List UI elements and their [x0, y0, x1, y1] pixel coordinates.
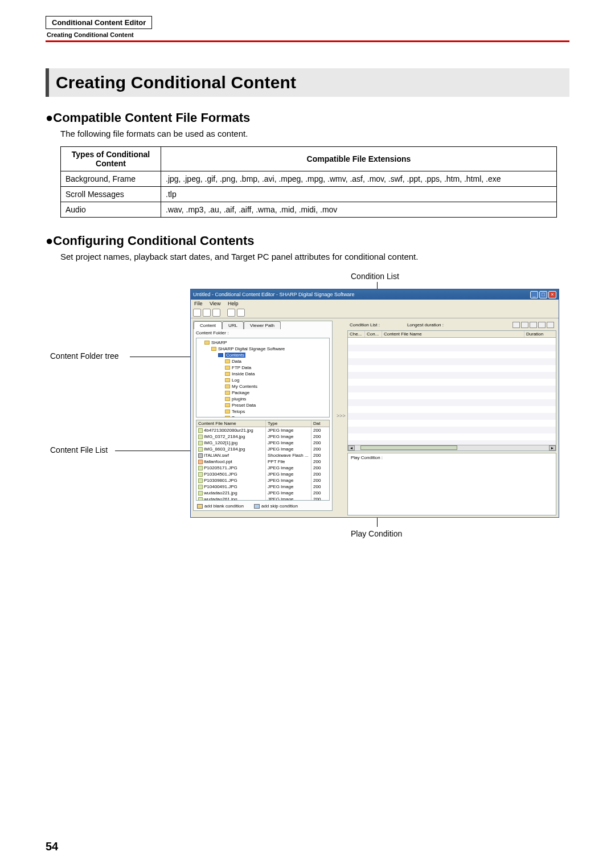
cell-type: Background, Frame: [61, 171, 161, 187]
left-pane: Content URL Viewer Path Content Folder :…: [193, 321, 333, 511]
minimize-button[interactable]: _: [530, 291, 538, 298]
content-file-list[interactable]: Content File Name Type Dat 4b47213002080…: [196, 420, 330, 501]
tab-url[interactable]: URL: [222, 321, 244, 329]
tree-node[interactable]: Inside Data: [199, 371, 327, 377]
list-item[interactable]: ITALIAN.swfShockwave Flash ...200: [196, 452, 329, 458]
list-item[interactable]: IMG_0372_2184.jpgJPEG Image200: [196, 433, 329, 440]
move-up-button[interactable]: [530, 322, 537, 328]
section-heading-formats: ●Compatible Content File Formats: [46, 110, 569, 125]
section-intro-config: Set project names, playback start dates,…: [60, 252, 569, 261]
cell-type: Audio: [61, 202, 161, 218]
list-item[interactable]: 4b47213002080ur21.jpgJPEG Image200: [196, 427, 329, 433]
file-icon: [198, 447, 203, 452]
skip-icon: [254, 504, 260, 509]
condition-list-label: Condition List :: [350, 322, 380, 327]
file-icon: [198, 497, 203, 501]
header-sub: Creating Conditional Content: [47, 31, 569, 38]
table-row: Audio .wav, .mp3, .au, .aif, .aiff, .wma…: [61, 202, 557, 218]
close-button[interactable]: ×: [548, 291, 556, 298]
add-skip-condition-button[interactable]: add skip condition: [254, 503, 298, 509]
toolbar-icon[interactable]: [227, 309, 235, 317]
scroll-right-icon[interactable]: ►: [549, 445, 556, 451]
col-date[interactable]: Dat: [311, 420, 325, 427]
list-item[interactable]: IMG_1202[1].jpgJPEG Image200: [196, 440, 329, 446]
callout-line: [377, 282, 378, 289]
page-title: Creating Conditional Content: [56, 73, 563, 92]
list-item[interactable]: P10400491.JPGJPEG Image200: [196, 484, 329, 490]
file-icon: [198, 491, 203, 496]
list-item[interactable]: wudadao261.jpgJPEG Image200: [196, 496, 329, 501]
list-item[interactable]: P10205171.JPGJPEG Image200: [196, 465, 329, 471]
bottom-actions: add blank condition add skip condition: [194, 502, 332, 510]
tree-node[interactable]: Temp: [199, 415, 327, 417]
transfer-arrow-icon[interactable]: >>>: [335, 318, 347, 513]
col-duration[interactable]: Duration: [524, 331, 556, 337]
toolbar-icon[interactable]: [193, 309, 201, 317]
callout-line: [377, 518, 378, 527]
titlebar[interactable]: Untitled - Conditional Content Editor - …: [191, 289, 559, 300]
col-check[interactable]: Che...: [348, 331, 365, 337]
tree-node[interactable]: Preset Data: [199, 402, 327, 408]
paste-button[interactable]: [521, 322, 528, 328]
maximize-button[interactable]: □: [539, 291, 547, 298]
folder-tree[interactable]: SHARP SHARP Digital Signage Software Con…: [196, 338, 330, 417]
tabs: Content URL Viewer Path: [194, 321, 332, 329]
tree-node[interactable]: Telops: [199, 408, 327, 415]
th-types: Types of Conditional Content: [61, 147, 161, 171]
grid-header: Che... Con... Content File Name Duration: [348, 331, 556, 338]
tree-node[interactable]: plugins: [199, 396, 327, 402]
cell-ext: .jpg, .jpeg, .gif, .png, .bmp, .avi, .mp…: [161, 171, 557, 187]
tab-viewer-path[interactable]: Viewer Path: [244, 321, 281, 329]
delete-button[interactable]: [547, 322, 554, 328]
tree-node-selected[interactable]: Contents: [199, 352, 327, 358]
toolbar-icon[interactable]: [237, 309, 245, 317]
copy-button[interactable]: [512, 322, 520, 328]
menu-help[interactable]: Help: [228, 301, 239, 306]
callout-play-condition: Play Condition: [351, 529, 402, 538]
header-box: Conditional Content Editor: [46, 16, 152, 29]
toolbar-icon[interactable]: [212, 309, 220, 317]
col-type[interactable]: Type: [266, 420, 311, 427]
menubar: File View Help: [191, 300, 559, 308]
menu-view[interactable]: View: [210, 301, 220, 306]
list-item[interactable]: P10309801.JPGJPEG Image200: [196, 477, 329, 484]
table-row: Background, Frame .jpg, .jpeg, .gif, .pn…: [61, 171, 557, 187]
add-blank-condition-button[interactable]: add blank condition: [197, 503, 244, 509]
tree-node[interactable]: Log: [199, 377, 327, 383]
scroll-left-icon[interactable]: ◄: [348, 445, 355, 451]
col-cond[interactable]: Con...: [365, 331, 382, 337]
tree-node[interactable]: My Contents: [199, 383, 327, 390]
toolbar-icon[interactable]: [203, 309, 211, 317]
tree-node[interactable]: Data: [199, 358, 327, 365]
menu-file[interactable]: File: [194, 301, 203, 306]
file-icon: [198, 460, 203, 464]
callout-line: [115, 451, 203, 451]
list-item[interactable]: italianfood.pptPPT File200: [196, 458, 329, 465]
file-icon: [198, 441, 203, 445]
compat-table: Types of Conditional Content Compatible …: [60, 146, 557, 218]
file-icon: [198, 466, 203, 470]
page-number: 54: [46, 840, 58, 853]
table-row: Scroll Messages .tlp: [61, 187, 557, 202]
col-content-file-name[interactable]: Content File Name: [382, 331, 524, 337]
file-icon: [198, 472, 203, 477]
grid-body[interactable]: [348, 338, 556, 445]
longest-duration-label: Longest duration :: [407, 322, 444, 327]
tree-node[interactable]: Package: [199, 390, 327, 396]
move-down-button[interactable]: [538, 322, 546, 328]
list-item[interactable]: P10304501.JPGJPEG Image200: [196, 471, 329, 477]
horizontal-scrollbar[interactable]: ◄ ►: [348, 445, 556, 451]
condition-list-grid[interactable]: Che... Con... Content File Name Duration…: [347, 330, 556, 451]
col-file-name[interactable]: Content File Name: [196, 420, 266, 427]
window-title: Untitled - Conditional Content Editor - …: [193, 292, 354, 297]
file-icon: [198, 428, 203, 433]
callout-folder-tree: Content Folder tree: [50, 351, 119, 361]
list-item[interactable]: wudadao221.jpgJPEG Image200: [196, 490, 329, 496]
tab-content[interactable]: Content: [194, 321, 222, 329]
toolbar: [191, 308, 559, 318]
right-top-bar: Condition List : Longest duration :: [347, 321, 556, 329]
file-icon: [198, 435, 203, 439]
list-item[interactable]: IMG_8603_2184.jpgJPEG Image200: [196, 446, 329, 452]
scroll-thumb[interactable]: [360, 445, 457, 450]
tree-node[interactable]: FTP Data: [199, 365, 327, 371]
